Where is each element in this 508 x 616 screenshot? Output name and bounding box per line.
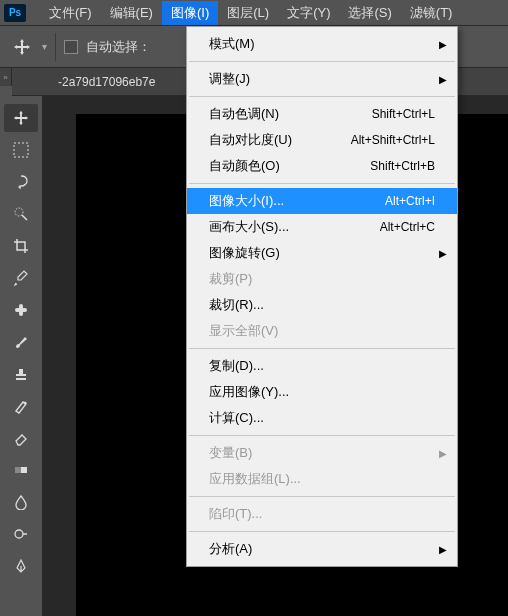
submenu-arrow-icon: ▶ xyxy=(439,248,447,259)
separator xyxy=(189,435,455,436)
svg-point-7 xyxy=(15,530,23,538)
svg-rect-0 xyxy=(14,143,28,157)
tool-panel xyxy=(0,96,42,616)
auto-select-label: 自动选择： xyxy=(86,38,151,56)
healing-brush-tool[interactable] xyxy=(4,296,38,324)
separator xyxy=(189,61,455,62)
menu-auto-contrast[interactable]: 自动对比度(U)Alt+Shift+Ctrl+L xyxy=(187,127,457,153)
menu-image-size[interactable]: 图像大小(I)...Alt+Ctrl+I xyxy=(187,188,457,214)
menu-auto-tone[interactable]: 自动色调(N)Shift+Ctrl+L xyxy=(187,101,457,127)
separator xyxy=(189,496,455,497)
menu-mode[interactable]: 模式(M)▶ xyxy=(187,31,457,57)
menu-image-rotation[interactable]: 图像旋转(G)▶ xyxy=(187,240,457,266)
menubar: Ps 文件(F) 编辑(E) 图像(I) 图层(L) 文字(Y) 选择(S) 滤… xyxy=(0,0,508,26)
menu-layer[interactable]: 图层(L) xyxy=(218,1,278,25)
menu-auto-color[interactable]: 自动颜色(O)Shift+Ctrl+B xyxy=(187,153,457,179)
menu-type[interactable]: 文字(Y) xyxy=(278,1,339,25)
auto-select-checkbox[interactable] xyxy=(64,40,78,54)
menu-trap: 陷印(T)... xyxy=(187,501,457,527)
crop-tool[interactable] xyxy=(4,232,38,260)
separator xyxy=(189,183,455,184)
menu-variables: 变量(B)▶ xyxy=(187,440,457,466)
pen-tool[interactable] xyxy=(4,552,38,580)
dodge-tool[interactable] xyxy=(4,520,38,548)
eraser-tool[interactable] xyxy=(4,424,38,452)
menu-image[interactable]: 图像(I) xyxy=(162,1,218,25)
separator xyxy=(189,96,455,97)
menu-trim[interactable]: 裁切(R)... xyxy=(187,292,457,318)
history-brush-tool[interactable] xyxy=(4,392,38,420)
document-tab[interactable]: -2a79d17096eb7e xyxy=(58,75,155,89)
menu-apply-image[interactable]: 应用图像(Y)... xyxy=(187,379,457,405)
eyedropper-tool[interactable] xyxy=(4,264,38,292)
gradient-tool[interactable] xyxy=(4,456,38,484)
app-logo: Ps xyxy=(4,4,26,22)
menu-filter[interactable]: 滤镜(T) xyxy=(401,1,462,25)
menu-duplicate[interactable]: 复制(D)... xyxy=(187,353,457,379)
menu-calculations[interactable]: 计算(C)... xyxy=(187,405,457,431)
separator xyxy=(189,531,455,532)
quick-select-tool[interactable] xyxy=(4,200,38,228)
divider xyxy=(55,33,56,61)
svg-point-4 xyxy=(24,402,27,405)
svg-rect-6 xyxy=(15,467,21,473)
submenu-arrow-icon: ▶ xyxy=(439,74,447,85)
move-tool[interactable] xyxy=(4,104,38,132)
submenu-arrow-icon: ▶ xyxy=(439,448,447,459)
lasso-tool[interactable] xyxy=(4,168,38,196)
image-menu-dropdown: 模式(M)▶ 调整(J)▶ 自动色调(N)Shift+Ctrl+L 自动对比度(… xyxy=(186,26,458,567)
menu-select[interactable]: 选择(S) xyxy=(339,1,400,25)
menu-canvas-size[interactable]: 画布大小(S)...Alt+Ctrl+C xyxy=(187,214,457,240)
menu-adjustments[interactable]: 调整(J)▶ xyxy=(187,66,457,92)
menu-analysis[interactable]: 分析(A)▶ xyxy=(187,536,457,562)
panel-toggle[interactable]: » xyxy=(0,68,12,86)
marquee-tool[interactable] xyxy=(4,136,38,164)
blur-tool[interactable] xyxy=(4,488,38,516)
submenu-arrow-icon: ▶ xyxy=(439,39,447,50)
separator xyxy=(189,348,455,349)
submenu-arrow-icon: ▶ xyxy=(439,544,447,555)
svg-rect-3 xyxy=(19,304,23,316)
svg-point-1 xyxy=(15,208,23,216)
menu-file[interactable]: 文件(F) xyxy=(40,1,101,25)
brush-tool[interactable] xyxy=(4,328,38,356)
dropdown-indicator: ▾ xyxy=(42,41,47,52)
stamp-tool[interactable] xyxy=(4,360,38,388)
menu-edit[interactable]: 编辑(E) xyxy=(101,1,162,25)
menu-apply-dataset: 应用数据组(L)... xyxy=(187,466,457,492)
menu-crop: 裁剪(P) xyxy=(187,266,457,292)
menu-reveal-all: 显示全部(V) xyxy=(187,318,457,344)
move-tool-icon xyxy=(10,35,34,59)
